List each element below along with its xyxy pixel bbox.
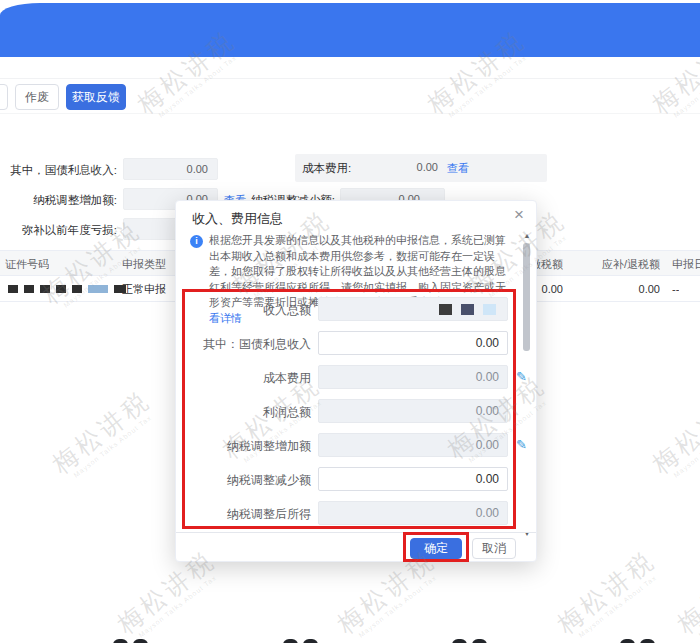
masked-value: [318, 297, 508, 321]
total-profit-input[interactable]: 0.00: [318, 399, 508, 423]
cell-declare-type: 正常申报: [122, 276, 166, 302]
bottom-cutoff-marks: [0, 638, 700, 643]
field-label: 纳税调整减少额: [176, 472, 311, 489]
watermark: 梅松讲税Mayson Talks About Tax: [46, 383, 161, 484]
field-label: 纳税调整后所得: [176, 506, 311, 523]
col-id-number: 证件号码: [5, 251, 49, 277]
watermark: 梅松讲税Mayson Talks About Tax: [646, 383, 700, 484]
app-window: 作废 获取反馈 其中，国债利息收入: 0.00 成本费用: 0.00 查看 纳税…: [0, 0, 700, 643]
bg-interest-input[interactable]: 0.00: [123, 158, 218, 180]
info-icon: i: [190, 235, 203, 248]
scrollbar-thumb[interactable]: [523, 243, 530, 351]
bg-cost-panel: 成本费用: 0.00 查看: [295, 154, 547, 182]
dialog-scrollbar[interactable]: ▲ ▼: [522, 231, 532, 539]
get-feedback-button[interactable]: 获取反馈: [66, 84, 126, 110]
adj-increase-input[interactable]: 0.00: [318, 433, 508, 457]
bg-interest-label: 其中，国债利息收入:: [0, 163, 117, 178]
bg-cost-label: 成本费用:: [302, 161, 351, 176]
bond-interest-input[interactable]: 0.00: [318, 331, 508, 355]
income-expense-dialog: 收入、费用信息 × i 根据您开具发票的信息以及其他税种的申报信息，系统已测算出…: [175, 200, 537, 562]
bg-cost-value: 0.00: [390, 161, 438, 173]
field-label: 成本费用: [176, 370, 311, 387]
col-declare-date: 申报日期: [672, 251, 700, 277]
dialog-title: 收入、费用信息: [192, 210, 283, 228]
field-label: 纳税调整增加额: [176, 438, 311, 455]
field-adj-increase: 纳税调整增加额 0.00 ✎: [176, 433, 536, 457]
watermark: 梅松讲税Mayson Talks About Tax: [551, 543, 666, 643]
cutoff-button[interactable]: [0, 84, 8, 110]
bg-cost-view-link[interactable]: 查看: [447, 161, 469, 176]
field-label: 收入总额: [176, 302, 311, 319]
field-adjusted-income: 纳税调整后所得 0.00: [176, 501, 536, 525]
cost-expense-input[interactable]: 0.00: [318, 365, 508, 389]
field-cost-expense: 成本费用 0.00 ✎: [176, 365, 536, 389]
confirm-button[interactable]: 确定: [410, 538, 462, 559]
close-icon[interactable]: ×: [514, 206, 524, 223]
cell-refund-tax: 0.00: [575, 276, 660, 302]
masked-id-number: [8, 285, 126, 293]
col-declare-type: 申报类型: [122, 251, 166, 277]
watermark: 梅松讲税Mayson Talks About Tax: [671, 543, 700, 643]
field-bond-interest: 其中：国债利息收入 0.00: [176, 331, 536, 355]
adjusted-income-input[interactable]: 0.00: [318, 501, 508, 525]
adj-decrease-input[interactable]: 0.00: [318, 467, 508, 491]
field-adj-decrease: 纳税调整减少额 0.00: [176, 467, 536, 491]
void-button[interactable]: 作废: [15, 84, 59, 110]
scroll-up-icon[interactable]: ▲: [522, 231, 532, 241]
field-total-profit: 利润总额 0.00: [176, 399, 536, 423]
app-header-bar: [0, 3, 700, 57]
field-total-income: 收入总额: [176, 297, 536, 321]
col-refund-tax: 应补/退税额: [575, 251, 660, 277]
field-label: 其中：国债利息收入: [176, 336, 311, 353]
field-label: 利润总额: [176, 404, 311, 421]
bg-adj-increase-label: 纳税调整增加额:: [0, 193, 117, 208]
cancel-button[interactable]: 取消: [472, 538, 516, 559]
scroll-down-icon[interactable]: ▼: [522, 529, 532, 539]
cell-declare-date: --: [672, 276, 679, 302]
toolbar: 作废 获取反馈: [0, 78, 700, 114]
bg-loss-label: 弥补以前年度亏损:: [0, 223, 117, 238]
footer-divider: [176, 532, 536, 533]
